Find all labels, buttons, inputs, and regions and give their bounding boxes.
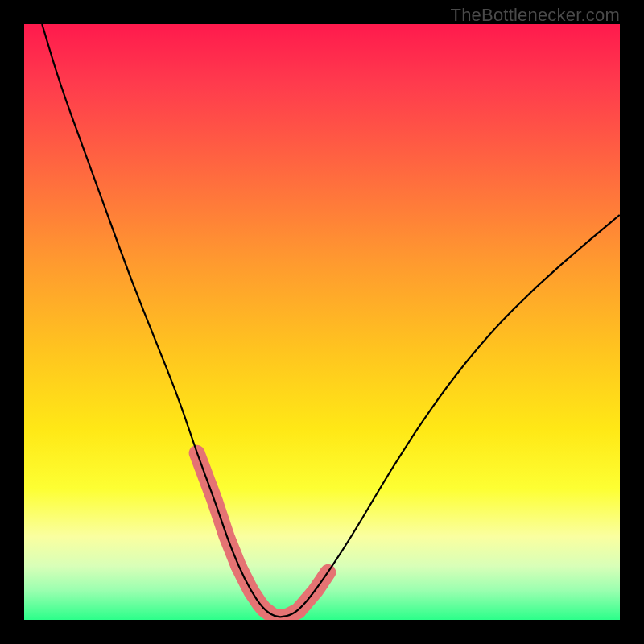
- plot-area: [24, 24, 620, 620]
- bottleneck-curve: [24, 24, 620, 620]
- curve-path: [42, 24, 620, 617]
- watermark-label: TheBottlenecker.com: [451, 5, 620, 26]
- chart-frame: TheBottlenecker.com: [0, 0, 644, 644]
- curve-marker-segment: [238, 566, 298, 617]
